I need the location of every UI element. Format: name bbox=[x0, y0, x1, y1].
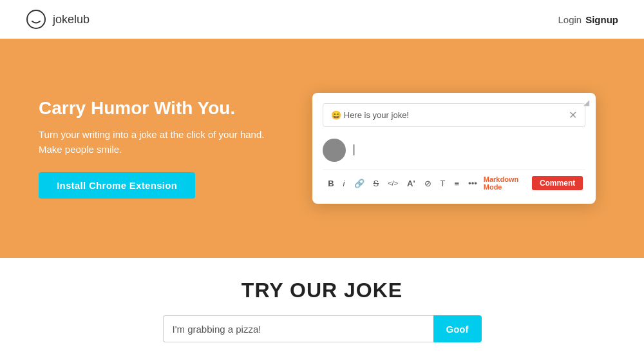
mockup-toolbar: B i 🔗 S </> A' ⊘ T ≡ ••• Markdown Mode C… bbox=[323, 170, 585, 193]
logo-area: jokelub bbox=[26, 9, 90, 30]
try-joke-title: TRY OUR JOKE bbox=[242, 279, 402, 302]
svg-point-0 bbox=[27, 10, 45, 28]
avatar bbox=[323, 139, 346, 162]
close-icon[interactable]: ✕ bbox=[569, 109, 577, 121]
mockup-inner: 😄 Here is your joke! ✕ | B i 🔗 S </> A' bbox=[312, 93, 596, 204]
list-button[interactable]: ≡ bbox=[452, 177, 462, 190]
resize-handle-icon: ◢ bbox=[583, 98, 589, 107]
logo-text: jokelub bbox=[53, 13, 90, 26]
emoji-button[interactable]: ⊘ bbox=[422, 177, 434, 190]
markdown-mode-button[interactable]: Markdown Mode bbox=[484, 175, 528, 191]
hero-title: Carry Humor With You. bbox=[39, 98, 264, 119]
login-link[interactable]: Login bbox=[558, 14, 582, 25]
logo-icon bbox=[26, 9, 46, 30]
header: jokelub Login Signup bbox=[0, 0, 644, 39]
hero-content: Carry Humor With You. Turn your writing … bbox=[39, 98, 264, 199]
mockup-tooltip: 😄 Here is your joke! ✕ bbox=[323, 103, 585, 127]
nav-links: Login Signup bbox=[558, 14, 618, 25]
font-button[interactable]: A' bbox=[404, 177, 417, 190]
bottom-section: TRY OUR JOKE Goof bbox=[0, 258, 644, 363]
bold-button[interactable]: B bbox=[325, 177, 336, 190]
mockup-window-inner: ◢ 😄 Here is your joke! ✕ | B i 🔗 S bbox=[312, 93, 596, 204]
mockup-window: ◢ 😄 Here is your joke! ✕ | B i 🔗 S bbox=[312, 93, 596, 204]
hero-subtitle: Turn your writing into a joke at the cli… bbox=[39, 128, 264, 157]
tooltip-text: 😄 Here is your joke! bbox=[331, 110, 409, 120]
code-button[interactable]: </> bbox=[385, 178, 401, 188]
joke-input-row: Goof bbox=[163, 315, 482, 342]
more-options-button[interactable]: ••• bbox=[466, 177, 480, 190]
hero-section: Carry Humor With You. Turn your writing … bbox=[0, 39, 644, 258]
text-format-button[interactable]: T bbox=[438, 177, 448, 190]
hero-mockup: ◢ 😄 Here is your joke! ✕ | B i 🔗 S bbox=[303, 93, 605, 204]
link-button[interactable]: 🔗 bbox=[352, 177, 367, 190]
strikethrough-button[interactable]: S bbox=[371, 177, 382, 190]
goof-button[interactable]: Goof bbox=[433, 315, 482, 342]
cursor-icon: | bbox=[352, 142, 355, 156]
install-chrome-extension-button[interactable]: Install Chrome Extension bbox=[39, 172, 195, 199]
italic-button[interactable]: i bbox=[341, 177, 348, 190]
comment-button[interactable]: Comment bbox=[532, 176, 583, 190]
signup-link[interactable]: Signup bbox=[585, 14, 618, 25]
joke-input[interactable] bbox=[163, 315, 433, 342]
mockup-text-area: | bbox=[323, 133, 585, 170]
